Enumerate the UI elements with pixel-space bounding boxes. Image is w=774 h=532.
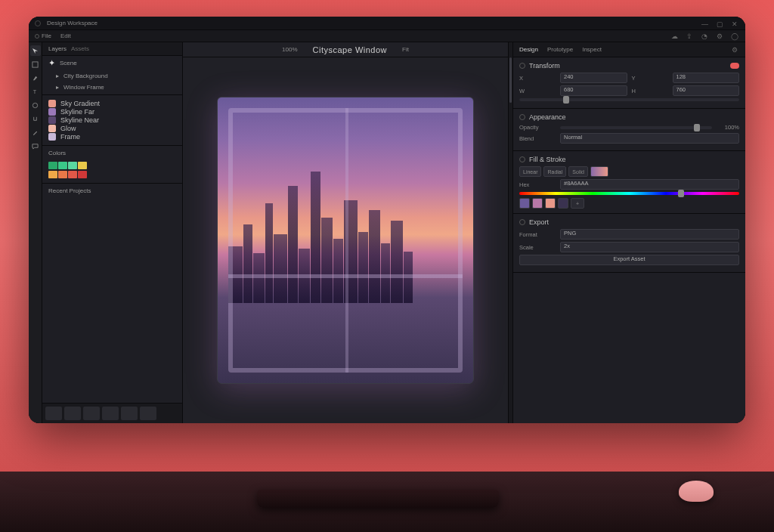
fill-chip-radial[interactable]: Radial	[543, 166, 566, 177]
format-label: Format	[519, 231, 556, 238]
swatch-chip[interactable]	[519, 198, 530, 209]
color-swatch[interactable]	[78, 162, 87, 169]
fill-type-chips: Linear Radial Solid	[519, 166, 739, 177]
project-thumb[interactable]	[102, 407, 119, 420]
blend-select[interactable]: Normal	[560, 133, 739, 144]
thumbnail-strip	[42, 403, 182, 423]
field-label: W	[519, 88, 556, 94]
project-thumb[interactable]	[140, 407, 156, 420]
layer-group-scene[interactable]: ✦ Scene	[42, 56, 182, 70]
color-swatch[interactable]	[58, 171, 67, 178]
maximize-icon[interactable]: ▢	[717, 20, 724, 26]
scrollbar-thumb[interactable]	[509, 57, 512, 103]
shape-tool[interactable]	[30, 100, 41, 110]
tab-inspect[interactable]: Inspect	[582, 46, 602, 53]
transform-section: Transform X 240 Y 128 W 680 H 760	[513, 57, 745, 109]
layer-group-frame[interactable]: ▸ Window Frame	[42, 82, 182, 93]
close-icon[interactable]: ✕	[732, 20, 739, 26]
sparkle-icon: ✦	[48, 58, 55, 68]
disc-icon	[519, 219, 525, 225]
menu-file[interactable]: File	[35, 32, 51, 39]
left-panel: Layers Assets ✦ Scene ▸ City Background …	[42, 42, 183, 423]
left-panel-tabs: Layers Assets	[42, 42, 182, 56]
window-bar-v	[345, 108, 348, 373]
window-control-icon[interactable]	[35, 20, 41, 26]
cloud-icon[interactable]: ☁	[670, 32, 679, 41]
swatch-chip[interactable]	[558, 198, 568, 209]
color-swatch[interactable]	[68, 171, 77, 178]
disc-icon	[519, 63, 525, 69]
layer-label: Scene	[60, 60, 77, 66]
svg-text:T: T	[33, 88, 37, 95]
tab-design[interactable]: Design	[519, 46, 538, 53]
export-button[interactable]: Export Asset	[519, 255, 739, 265]
field-label: Y	[632, 75, 668, 82]
chevron-right-icon: ▸	[56, 73, 59, 79]
color-swatch[interactable]	[48, 171, 57, 178]
layer-group-bg[interactable]: ▸ City Background	[42, 70, 182, 82]
fill-chip-solid[interactable]: Solid	[568, 166, 588, 177]
avatar-icon[interactable]: ◯	[730, 32, 739, 41]
layer-item[interactable]: Frame	[48, 133, 176, 141]
menu-edit[interactable]: Edit	[60, 32, 71, 39]
project-thumb[interactable]	[64, 407, 81, 420]
opacity-slider[interactable]	[560, 126, 712, 129]
right-panel: Design Prototype Inspect ⚙ Transform X 2…	[512, 42, 745, 423]
w-input[interactable]: 680	[560, 85, 627, 96]
color-swatch[interactable]	[78, 171, 87, 178]
app-title: Design Workspace	[47, 20, 98, 26]
section-toggle[interactable]	[730, 63, 739, 69]
layer-item[interactable]: Skyline Near	[48, 116, 176, 124]
h-input[interactable]: 760	[673, 85, 740, 96]
project-thumb[interactable]	[121, 407, 138, 420]
hue-slider[interactable]	[519, 192, 739, 195]
tab-assets[interactable]: Assets	[71, 45, 89, 52]
x-input[interactable]: 240	[560, 73, 627, 83]
layer-label: Glow	[60, 125, 76, 132]
share-icon[interactable]: ⇪	[685, 32, 694, 41]
format-select[interactable]: PNG	[560, 229, 739, 240]
fill-chip-linear[interactable]: Linear	[519, 166, 541, 177]
layer-item[interactable]: Skyline Far	[48, 108, 176, 116]
layer-label: City Background	[63, 73, 108, 79]
canvas-area[interactable]	[183, 57, 508, 423]
panel-settings-icon[interactable]: ⚙	[730, 45, 739, 54]
hex-input[interactable]: #8A6AAA	[560, 179, 739, 190]
move-tool[interactable]	[30, 45, 41, 56]
tab-layers[interactable]: Layers	[48, 45, 67, 52]
y-input[interactable]: 128	[673, 73, 740, 83]
section-title: Fill & Stroke	[519, 156, 739, 163]
zoom-fit[interactable]: Fit	[396, 45, 415, 54]
bell-icon[interactable]: ◔	[700, 32, 709, 41]
minimize-icon[interactable]: —	[701, 20, 709, 26]
settings-icon[interactable]: ⚙	[715, 32, 724, 41]
color-swatch[interactable]	[58, 162, 67, 169]
layer-item[interactable]: Sky Gradient	[48, 100, 176, 107]
layer-item[interactable]: Glow	[48, 125, 176, 132]
project-thumb[interactable]	[45, 407, 62, 420]
layer-label: Frame	[60, 133, 80, 141]
eyedropper-tool[interactable]	[30, 127, 41, 138]
rotation-slider[interactable]	[519, 98, 739, 101]
monitor-frame: Design Workspace — ▢ ✕ File Edit ☁ ⇪ ◔ ⚙…	[29, 17, 745, 423]
text-tool[interactable]: T	[30, 86, 41, 97]
add-swatch-icon[interactable]: +	[571, 198, 584, 209]
swatch-chip[interactable]	[532, 198, 543, 209]
fill-preview[interactable]	[590, 166, 608, 177]
hand-tool[interactable]	[30, 113, 41, 124]
zoom-level[interactable]: 100%	[276, 45, 303, 54]
hex-label: Hex	[519, 181, 556, 188]
artwork-preview[interactable]	[217, 97, 474, 384]
pen-tool[interactable]	[30, 73, 41, 83]
color-palette	[42, 159, 182, 181]
frame-tool[interactable]	[30, 59, 41, 70]
field-label: H	[632, 88, 668, 94]
color-swatch[interactable]	[68, 162, 77, 169]
comment-tool[interactable]	[30, 141, 41, 151]
swatch-chip[interactable]	[545, 198, 556, 209]
scale-select[interactable]: 2x	[560, 242, 739, 252]
color-swatch[interactable]	[48, 162, 57, 169]
project-thumb[interactable]	[83, 407, 100, 420]
chevron-right-icon: ▸	[56, 84, 59, 91]
tab-prototype[interactable]: Prototype	[547, 46, 573, 53]
